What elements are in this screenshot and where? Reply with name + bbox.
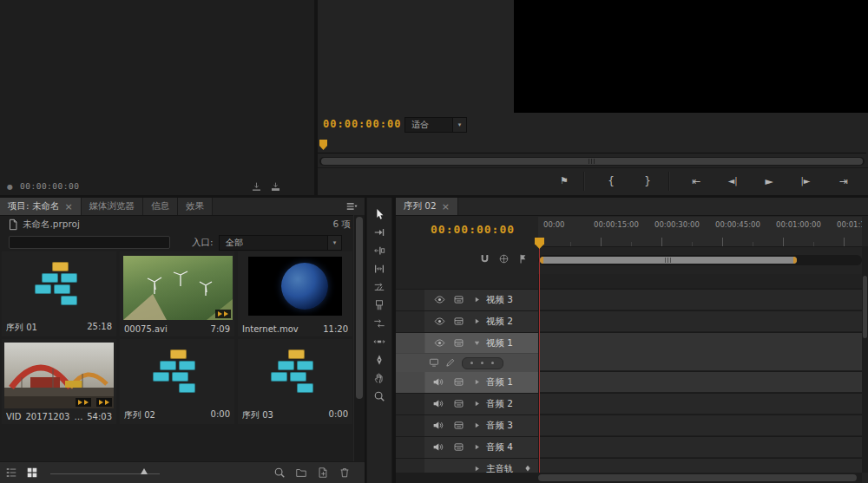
mark-in-button[interactable]: {	[597, 173, 625, 190]
new-item-icon[interactable]	[317, 467, 329, 479]
collapse-track-icon[interactable]	[472, 317, 482, 326]
track-lane-audio-4[interactable]	[540, 437, 862, 458]
timeline-zoom-scrollbar[interactable]	[538, 255, 862, 265]
sync-lock-icon[interactable]	[453, 441, 464, 453]
project-item-sequence-03[interactable]: 序列 030:00	[238, 339, 352, 424]
track-lane-video-1[interactable]	[540, 333, 862, 371]
track-header-audio-4[interactable]: 音频 4	[396, 437, 538, 458]
toggle-track-output-icon[interactable]	[434, 294, 445, 305]
scrollbar-handle[interactable]	[538, 474, 857, 481]
timeline-timecode[interactable]: 00:00:00:00	[431, 223, 515, 236]
track-lane-master[interactable]	[540, 459, 862, 473]
project-item-00075-avi[interactable]: 00075.avi7:09	[120, 251, 234, 336]
tool-slide[interactable]	[372, 336, 386, 348]
track-lane-video-3[interactable]	[540, 290, 862, 310]
track-name[interactable]: 音频 1	[486, 376, 513, 388]
track-header-audio-2[interactable]: 音频 2	[396, 394, 538, 414]
toggle-track-mute-icon[interactable]	[432, 441, 444, 453]
tab-info[interactable]: 信息	[143, 198, 178, 215]
tab-media-browser[interactable]: 媒体浏览器	[82, 198, 144, 215]
scrollbar-handle[interactable]	[863, 276, 867, 338]
play-button[interactable]: ►	[755, 173, 783, 190]
step-back-button[interactable]: ◄|	[719, 173, 746, 190]
project-item-sequence-02[interactable]: 序列 020:00	[120, 339, 234, 424]
program-scrub-bar[interactable]	[318, 137, 866, 153]
program-timecode[interactable]: 00:00:00:00	[323, 118, 401, 130]
sync-lock-icon[interactable]	[453, 376, 464, 388]
track-header-video-2[interactable]: 视频 2	[396, 311, 538, 332]
collapse-track-icon[interactable]	[472, 295, 482, 304]
tool-rate-stretch[interactable]	[372, 281, 386, 293]
collapse-track-icon[interactable]	[472, 464, 482, 473]
set-marker-icon[interactable]	[517, 253, 529, 264]
toggle-track-mute-icon[interactable]	[432, 398, 444, 409]
search-input[interactable]	[9, 236, 170, 249]
project-item-vid-20171203[interactable]: VID_20171203_112...54:03	[2, 339, 116, 424]
encore-chapter-marker-icon[interactable]	[498, 253, 510, 264]
mark-out-button[interactable]: }	[634, 173, 661, 190]
show-keyframes-icon[interactable]	[445, 357, 456, 368]
tool-pen[interactable]	[372, 354, 386, 366]
tool-razor[interactable]	[372, 299, 386, 311]
delete-icon[interactable]	[339, 467, 351, 479]
scrollbar-handle[interactable]	[321, 158, 863, 165]
sync-lock-icon[interactable]	[453, 316, 464, 327]
tool-track-select[interactable]	[372, 226, 386, 238]
track-header-master[interactable]: 主音轨	[396, 459, 538, 473]
tool-ripple-edit[interactable]	[372, 245, 386, 257]
time-ruler[interactable]: 00:00 00:00:15:00 00:00:30:00 00:00:45:0…	[538, 217, 862, 247]
tab-effects[interactable]: 效果	[178, 198, 213, 215]
add-marker-button[interactable]: ⚑	[550, 173, 578, 190]
overwrite-icon[interactable]	[270, 181, 281, 193]
track-lane-video-2[interactable]	[540, 311, 862, 332]
filter-select[interactable]: 全部 ▾	[219, 235, 342, 251]
project-item-sequence-01[interactable]: 序列 0125:18	[2, 251, 116, 336]
track-name[interactable]: 音频 3	[486, 420, 513, 432]
sync-lock-icon[interactable]	[453, 398, 464, 409]
toggle-track-output-icon[interactable]	[434, 337, 445, 349]
program-zoom-scrollbar[interactable]	[319, 157, 865, 166]
collapse-track-icon[interactable]	[472, 442, 482, 452]
icon-view-icon[interactable]	[26, 467, 38, 479]
collapse-track-icon[interactable]	[472, 377, 482, 387]
project-item-internet-mov[interactable]: Internet.mov11:20	[238, 251, 352, 336]
scrollbar-handle[interactable]	[540, 257, 797, 264]
keyframe-nav[interactable]	[462, 357, 503, 369]
go-to-out-button[interactable]: ⇥	[830, 173, 858, 190]
tab-sequence-02[interactable]: 序列 02 ×	[396, 198, 458, 215]
list-view-icon[interactable]	[5, 467, 17, 479]
track-name[interactable]: 音频 4	[486, 441, 513, 454]
track-name[interactable]: 主音轨	[486, 463, 514, 473]
track-lane-audio-2[interactable]	[540, 394, 862, 414]
set-display-style-icon[interactable]	[429, 357, 439, 368]
new-bin-icon[interactable]	[295, 467, 307, 479]
insert-icon[interactable]	[251, 181, 262, 193]
track-header-video-1[interactable]: 视频 1	[396, 333, 538, 371]
tool-zoom[interactable]	[372, 390, 386, 402]
toggle-track-output-icon[interactable]	[434, 316, 445, 327]
scrollbar-handle[interactable]	[356, 217, 363, 399]
close-icon[interactable]: ×	[442, 202, 450, 212]
slider-handle[interactable]	[141, 468, 148, 474]
find-icon[interactable]	[273, 467, 286, 479]
tab-project[interactable]: 项目: 未命名 ×	[0, 198, 82, 215]
timeline-horizontal-scrollbar[interactable]	[396, 473, 862, 483]
track-header-audio-1[interactable]: 音频 1	[396, 372, 538, 393]
thumbnail-zoom-slider[interactable]	[50, 473, 160, 474]
tool-selection[interactable]	[372, 208, 386, 220]
sync-lock-icon[interactable]	[453, 420, 464, 431]
close-icon[interactable]: ×	[64, 202, 72, 212]
snap-icon[interactable]	[479, 253, 490, 264]
toggle-track-mute-icon[interactable]	[432, 376, 444, 388]
sync-lock-icon[interactable]	[453, 337, 464, 349]
sync-lock-icon[interactable]	[453, 294, 464, 305]
zoom-level-select[interactable]: 适合 ▾	[404, 117, 467, 133]
panel-menu-icon[interactable]	[345, 200, 358, 212]
tool-rolling-edit[interactable]	[372, 263, 386, 275]
track-header-audio-3[interactable]: 音频 3	[396, 415, 538, 436]
track-header-video-3[interactable]: 视频 3	[396, 290, 538, 310]
track-name[interactable]: 视频 2	[486, 316, 513, 328]
go-to-in-button[interactable]: ⇤	[682, 173, 710, 190]
timeline-empty-lane[interactable]	[540, 274, 862, 289]
tool-slip[interactable]	[372, 317, 386, 330]
